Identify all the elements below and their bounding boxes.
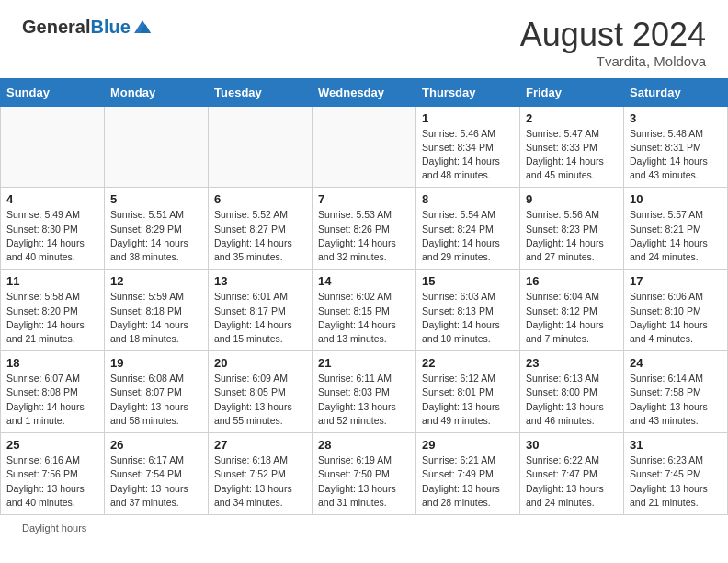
- weekday-header-friday: Friday: [520, 78, 624, 106]
- calendar-cell: 9Sunrise: 5:56 AM Sunset: 8:23 PM Daylig…: [520, 188, 624, 270]
- day-info: Sunrise: 6:02 AM Sunset: 8:15 PM Dayligh…: [318, 290, 410, 346]
- calendar-cell: [105, 106, 209, 188]
- day-number: 13: [214, 274, 306, 288]
- calendar-cell: 23Sunrise: 6:13 AM Sunset: 8:00 PM Dayli…: [520, 351, 624, 433]
- title-block: August 2024 Tvardita, Moldova: [520, 17, 706, 69]
- day-number: 8: [422, 192, 514, 206]
- calendar-cell: 17Sunrise: 6:06 AM Sunset: 8:10 PM Dayli…: [624, 270, 728, 351]
- day-number: 25: [6, 438, 98, 452]
- day-info: Sunrise: 5:54 AM Sunset: 8:24 PM Dayligh…: [422, 208, 514, 264]
- calendar-cell: 19Sunrise: 6:08 AM Sunset: 8:07 PM Dayli…: [105, 351, 209, 433]
- day-info: Sunrise: 5:53 AM Sunset: 8:26 PM Dayligh…: [318, 208, 410, 264]
- weekday-header-wednesday: Wednesday: [313, 78, 416, 106]
- logo-icon: [132, 17, 153, 37]
- calendar-cell: 26Sunrise: 6:17 AM Sunset: 7:54 PM Dayli…: [105, 433, 209, 515]
- day-info: Sunrise: 6:12 AM Sunset: 8:01 PM Dayligh…: [422, 372, 514, 428]
- day-info: Sunrise: 5:52 AM Sunset: 8:27 PM Dayligh…: [214, 208, 306, 264]
- day-info: Sunrise: 6:23 AM Sunset: 7:45 PM Dayligh…: [630, 454, 722, 510]
- day-number: 12: [110, 274, 202, 288]
- weekday-header-tuesday: Tuesday: [209, 78, 313, 106]
- day-number: 22: [422, 356, 514, 370]
- calendar-cell: 10Sunrise: 5:57 AM Sunset: 8:21 PM Dayli…: [624, 188, 728, 270]
- day-info: Sunrise: 5:51 AM Sunset: 8:29 PM Dayligh…: [110, 208, 202, 264]
- day-info: Sunrise: 5:46 AM Sunset: 8:34 PM Dayligh…: [422, 127, 514, 183]
- day-info: Sunrise: 5:58 AM Sunset: 8:20 PM Dayligh…: [6, 290, 98, 346]
- calendar-cell: 31Sunrise: 6:23 AM Sunset: 7:45 PM Dayli…: [624, 433, 728, 515]
- day-info: Sunrise: 6:04 AM Sunset: 8:12 PM Dayligh…: [526, 290, 618, 346]
- weekday-header-thursday: Thursday: [416, 78, 520, 106]
- weekday-header-sunday: Sunday: [1, 78, 105, 106]
- day-number: 20: [214, 356, 306, 370]
- day-number: 21: [318, 356, 410, 370]
- day-number: 26: [110, 438, 202, 452]
- day-number: 14: [318, 274, 410, 288]
- weekday-header-monday: Monday: [105, 78, 209, 106]
- calendar-week-2: 4Sunrise: 5:49 AM Sunset: 8:30 PM Daylig…: [1, 188, 728, 270]
- month-year-title: August 2024: [520, 17, 706, 53]
- weekday-header-saturday: Saturday: [624, 78, 728, 106]
- day-number: 9: [526, 192, 618, 206]
- day-number: 1: [422, 111, 514, 125]
- day-number: 7: [318, 192, 410, 206]
- calendar-week-3: 11Sunrise: 5:58 AM Sunset: 8:20 PM Dayli…: [1, 270, 728, 351]
- day-number: 2: [526, 111, 618, 125]
- day-info: Sunrise: 5:59 AM Sunset: 8:18 PM Dayligh…: [110, 290, 202, 346]
- day-info: Sunrise: 6:09 AM Sunset: 8:05 PM Dayligh…: [214, 372, 306, 428]
- calendar-cell: 1Sunrise: 5:46 AM Sunset: 8:34 PM Daylig…: [416, 106, 520, 188]
- calendar-cell: [313, 106, 416, 188]
- day-info: Sunrise: 6:03 AM Sunset: 8:13 PM Dayligh…: [422, 290, 514, 346]
- location-subtitle: Tvardita, Moldova: [520, 53, 706, 69]
- day-number: 19: [110, 356, 202, 370]
- calendar-cell: 14Sunrise: 6:02 AM Sunset: 8:15 PM Dayli…: [313, 270, 416, 351]
- day-number: 5: [110, 192, 202, 206]
- footer: Daylight hours: [0, 515, 728, 539]
- calendar-cell: 29Sunrise: 6:21 AM Sunset: 7:49 PM Dayli…: [416, 433, 520, 515]
- calendar-cell: 24Sunrise: 6:14 AM Sunset: 7:58 PM Dayli…: [624, 351, 728, 433]
- calendar-cell: 6Sunrise: 5:52 AM Sunset: 8:27 PM Daylig…: [209, 188, 313, 270]
- calendar-cell: 11Sunrise: 5:58 AM Sunset: 8:20 PM Dayli…: [1, 270, 105, 351]
- calendar-cell: 2Sunrise: 5:47 AM Sunset: 8:33 PM Daylig…: [520, 106, 624, 188]
- day-info: Sunrise: 6:16 AM Sunset: 7:56 PM Dayligh…: [6, 454, 98, 510]
- calendar-cell: 28Sunrise: 6:19 AM Sunset: 7:50 PM Dayli…: [313, 433, 416, 515]
- calendar-cell: 5Sunrise: 5:51 AM Sunset: 8:29 PM Daylig…: [105, 188, 209, 270]
- logo-blue-text: Blue: [90, 17, 130, 37]
- day-number: 10: [630, 192, 722, 206]
- calendar-week-4: 18Sunrise: 6:07 AM Sunset: 8:08 PM Dayli…: [1, 351, 728, 433]
- day-number: 3: [630, 111, 722, 125]
- logo: GeneralBlue: [22, 17, 153, 37]
- day-info: Sunrise: 6:06 AM Sunset: 8:10 PM Dayligh…: [630, 290, 722, 346]
- day-number: 29: [422, 438, 514, 452]
- day-info: Sunrise: 6:13 AM Sunset: 8:00 PM Dayligh…: [526, 372, 618, 428]
- day-info: Sunrise: 6:19 AM Sunset: 7:50 PM Dayligh…: [318, 454, 410, 510]
- day-info: Sunrise: 6:18 AM Sunset: 7:52 PM Dayligh…: [214, 454, 306, 510]
- day-number: 31: [630, 438, 722, 452]
- calendar-cell: 12Sunrise: 5:59 AM Sunset: 8:18 PM Dayli…: [105, 270, 209, 351]
- day-number: 24: [630, 356, 722, 370]
- weekday-header-row: SundayMondayTuesdayWednesdayThursdayFrid…: [1, 78, 728, 106]
- day-number: 17: [630, 274, 722, 288]
- day-number: 27: [214, 438, 306, 452]
- page-header: GeneralBlue August 2024 Tvardita, Moldov…: [0, 0, 728, 78]
- calendar-cell: 4Sunrise: 5:49 AM Sunset: 8:30 PM Daylig…: [1, 188, 105, 270]
- day-info: Sunrise: 6:07 AM Sunset: 8:08 PM Dayligh…: [6, 372, 98, 428]
- day-number: 18: [6, 356, 98, 370]
- day-info: Sunrise: 5:47 AM Sunset: 8:33 PM Dayligh…: [526, 127, 618, 183]
- day-number: 23: [526, 356, 618, 370]
- calendar-cell: 21Sunrise: 6:11 AM Sunset: 8:03 PM Dayli…: [313, 351, 416, 433]
- calendar-table: SundayMondayTuesdayWednesdayThursdayFrid…: [0, 78, 728, 515]
- calendar-cell: 20Sunrise: 6:09 AM Sunset: 8:05 PM Dayli…: [209, 351, 313, 433]
- calendar-cell: 8Sunrise: 5:54 AM Sunset: 8:24 PM Daylig…: [416, 188, 520, 270]
- calendar-week-1: 1Sunrise: 5:46 AM Sunset: 8:34 PM Daylig…: [1, 106, 728, 188]
- day-info: Sunrise: 6:11 AM Sunset: 8:03 PM Dayligh…: [318, 372, 410, 428]
- calendar-cell: [209, 106, 313, 188]
- day-info: Sunrise: 6:14 AM Sunset: 7:58 PM Dayligh…: [630, 372, 722, 428]
- day-number: 11: [6, 274, 98, 288]
- calendar-cell: 25Sunrise: 6:16 AM Sunset: 7:56 PM Dayli…: [1, 433, 105, 515]
- calendar-cell: [1, 106, 105, 188]
- calendar-cell: 13Sunrise: 6:01 AM Sunset: 8:17 PM Dayli…: [209, 270, 313, 351]
- day-info: Sunrise: 6:22 AM Sunset: 7:47 PM Dayligh…: [526, 454, 618, 510]
- day-info: Sunrise: 6:08 AM Sunset: 8:07 PM Dayligh…: [110, 372, 202, 428]
- day-number: 28: [318, 438, 410, 452]
- day-info: Sunrise: 5:48 AM Sunset: 8:31 PM Dayligh…: [630, 127, 722, 183]
- day-info: Sunrise: 6:01 AM Sunset: 8:17 PM Dayligh…: [214, 290, 306, 346]
